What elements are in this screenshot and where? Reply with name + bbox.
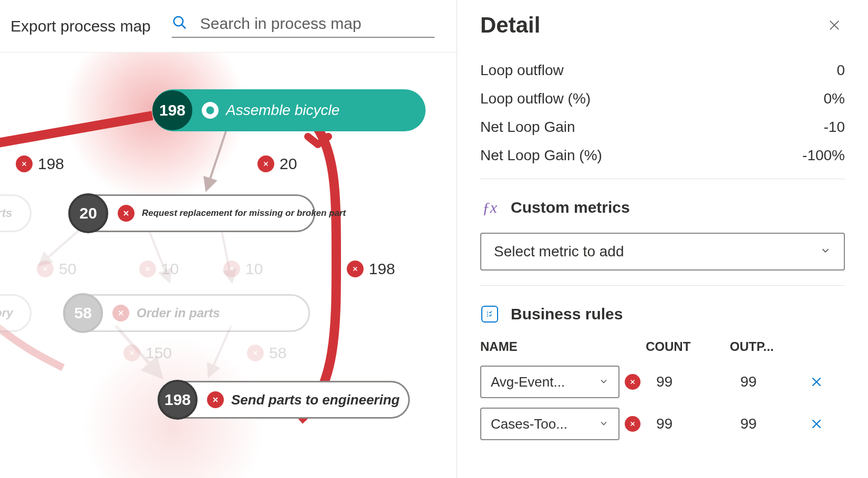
metric-row: Loop outflow (%) 0% [480,90,845,107]
rule-output: 99 [730,373,801,390]
custom-metric-select[interactable]: Select metric to add [480,233,845,271]
activity-assemble-bicycle[interactable]: 198 Assemble bicycle [152,89,426,131]
fx-icon: ƒx [480,198,499,217]
edge-count: 58 [269,344,286,362]
business-rule-row: Cases-Too... 99 99 [480,408,845,440]
edge-count: 10 [245,260,263,278]
rule-name-dropdown[interactable]: Avg-Event... [480,366,619,398]
close-badge-icon [202,102,219,119]
edge-label: 198 [347,260,395,278]
metric-label: Net Loop Gain (%) [480,147,602,164]
rule-count: 99 [646,415,730,432]
activity-order-in-parts[interactable]: 58 Order in parts [63,294,310,332]
activity-label: Order in parts [137,306,220,320]
error-badge-icon [37,261,54,277]
error-badge-icon [625,416,640,432]
metric-value: 0 [836,62,845,79]
metric-label: Loop outflow [480,62,564,79]
chevron-down-icon [820,243,831,260]
activity-count-badge: 198 [158,380,198,420]
remove-rule-button[interactable] [801,375,832,389]
col-name: NAME [480,339,646,354]
rule-count: 99 [646,373,730,390]
error-badge-icon [112,305,129,321]
rule-output: 99 [730,415,801,432]
activity-label: arts [0,206,12,220]
error-badge-icon [16,155,33,172]
error-badge-icon [625,374,640,390]
edge-label: 58 [247,344,286,362]
section-title: Custom metrics [511,199,630,216]
activity-label: Send parts to engineering [231,392,400,408]
activity-count-badge: 20 [68,193,108,233]
edge-count: 150 [146,344,172,362]
metric-row: Net Loop Gain (%) -100% [480,147,845,164]
error-badge-icon [247,345,264,361]
rule-name: Avg-Event... [491,374,565,390]
metric-value: 0% [824,90,845,107]
error-badge-icon [257,155,274,172]
activity-send-parts[interactable]: 198 Send parts to engineering [158,381,410,419]
search-icon [172,15,188,33]
divider [480,179,845,179]
metric-value: -100% [802,147,845,164]
business-rules-header: NAME COUNT OUTP... [480,339,845,354]
divider [480,285,845,286]
activity-label: Request replacement for missing or broke… [142,208,346,219]
edge-count: 198 [369,260,395,278]
rule-name-dropdown[interactable]: Cases-Too... [480,408,619,440]
metric-label: Net Loop Gain [480,119,575,136]
col-count: COUNT [646,339,730,354]
search-input[interactable] [200,15,435,33]
col-output: OUTP... [730,339,801,354]
business-rule-row: Avg-Event... 99 99 [480,366,845,398]
svg-line-1 [182,24,186,28]
chevron-down-icon [598,374,609,390]
section-title: Business rules [511,305,623,323]
select-placeholder: Select metric to add [494,243,624,260]
error-badge-icon [223,261,240,277]
error-badge-icon [123,345,140,361]
edge-label: 20 [257,155,297,173]
metric-label: Loop outflow (%) [480,90,591,107]
close-panel-button[interactable] [824,15,845,36]
edge-label: 10 [223,260,263,278]
remove-rule-button[interactable] [801,417,832,431]
error-badge-icon [347,261,364,277]
activity-request-replacement[interactable]: 20 Request replacement for missing or br… [68,194,315,232]
edge-count: 20 [280,155,297,173]
rules-icon [480,305,499,324]
edge-label: 150 [123,344,172,362]
activity-count-badge: 198 [152,90,192,130]
search-field[interactable] [172,15,435,38]
edge-count: 10 [161,260,179,278]
edge-count: 198 [38,155,64,173]
export-process-map-link[interactable]: Export process map [11,17,151,35]
error-badge-icon [207,391,224,408]
chevron-down-icon [598,416,609,432]
error-badge-icon [139,261,156,277]
edge-label: 10 [139,260,179,278]
edge-label: 50 [37,260,76,278]
edge-count: 50 [59,260,76,278]
panel-title: Detail [480,13,540,38]
error-badge-icon [118,205,135,222]
process-map-canvas[interactable]: 198 Assemble bicycle 20 Request replacem… [0,53,457,478]
metric-row: Net Loop Gain -10 [480,119,845,136]
activity-label: tory [0,306,13,320]
activity-count-badge: 58 [63,293,103,333]
metric-value: -10 [824,119,845,136]
metric-row: Loop outflow 0 [480,62,845,79]
edge-label: 198 [16,155,64,173]
svg-point-0 [174,16,183,26]
detail-panel: Detail Loop outflow 0 Loop outflow (%) 0… [457,0,868,478]
activity-label: Assemble bicycle [226,102,339,119]
rule-name: Cases-Too... [491,416,567,432]
